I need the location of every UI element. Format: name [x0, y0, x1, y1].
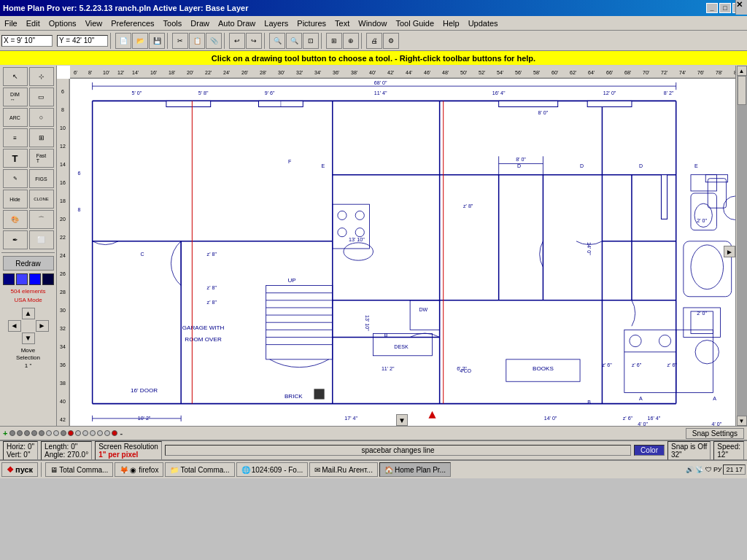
menu-preferences[interactable]: Preferences: [107, 18, 158, 29]
scroll-right-button[interactable]: ►: [724, 246, 735, 257]
snap-dot-8[interactable]: [61, 430, 66, 436]
move-down-button[interactable]: ▼: [22, 332, 35, 344]
shape-tool[interactable]: ⬜: [29, 230, 54, 249]
menu-file[interactable]: File: [0, 18, 22, 29]
snap-dot-15[interactable]: [112, 430, 117, 436]
taskbar-item-5[interactable]: ✉ Mail.Ru Агент...: [309, 462, 378, 477]
tool-row-2: DIM↔ ▭: [3, 88, 54, 106]
properties-button[interactable]: ⚙: [383, 33, 399, 49]
menu-draw[interactable]: Draw: [186, 18, 214, 29]
snap-dot-10[interactable]: [75, 430, 81, 436]
copy-button[interactable]: 📋: [189, 33, 205, 49]
taskbar-item-3[interactable]: 📁 Total Comma...: [165, 462, 234, 477]
snap-dot-14[interactable]: [104, 430, 110, 436]
color-swatch-blue2[interactable]: [29, 273, 41, 285]
snap-dot-2[interactable]: [17, 430, 23, 436]
snap-dot-4[interactable]: [31, 430, 37, 436]
hint-close[interactable]: ✕: [735, 0, 747, 15]
menu-text[interactable]: Text: [330, 18, 354, 29]
snap-add-icon[interactable]: +: [3, 429, 7, 438]
snap-dot-12[interactable]: [90, 430, 96, 436]
print-button[interactable]: 🖨: [366, 33, 382, 49]
minimize-button[interactable]: _: [706, 3, 718, 13]
menu-updates[interactable]: Updates: [464, 18, 503, 29]
menu-layers[interactable]: Layers: [260, 18, 293, 29]
stair-tool[interactable]: ≡: [3, 128, 28, 147]
color-swatch-blue[interactable]: [16, 273, 28, 285]
area-select-tool[interactable]: ⊹: [29, 67, 54, 86]
snap-dot-11[interactable]: [82, 430, 88, 436]
maximize-button[interactable]: □: [719, 3, 731, 13]
scroll-down-arrow[interactable]: ▼: [737, 416, 747, 426]
redraw-button[interactable]: Redraw: [3, 256, 54, 271]
symbol-tool[interactable]: ⊞: [29, 128, 54, 147]
move-up-button[interactable]: ▲: [22, 308, 35, 319]
color-swatch-navy[interactable]: [42, 273, 54, 285]
svg-text:72': 72': [661, 70, 667, 75]
start-button[interactable]: ❖ пуск: [1, 462, 38, 477]
menu-edit[interactable]: Edit: [22, 18, 44, 29]
right-scrollbar[interactable]: ▲ ▼: [735, 66, 747, 426]
taskbar-item-1[interactable]: 🖥 Total Comma...: [45, 462, 113, 477]
svg-text:74': 74': [679, 70, 686, 75]
menu-autodraw[interactable]: Auto Draw: [214, 18, 260, 29]
snap-remove-icon[interactable]: -: [120, 429, 123, 438]
snap-settings-button[interactable]: Snap Settings: [686, 428, 744, 439]
zoom-in-button[interactable]: 🔍: [269, 33, 285, 49]
fast-text-tool[interactable]: FastT: [29, 149, 54, 168]
snap-button[interactable]: ⊕: [343, 33, 359, 49]
arc-tool[interactable]: ARC: [3, 108, 28, 127]
dim-tool[interactable]: DIM↔: [3, 88, 28, 106]
taskbar-item-active[interactable]: 🏠 Home Plan Pr...: [379, 462, 451, 477]
svg-text:28: 28: [60, 289, 66, 295]
circle-tool[interactable]: ○: [29, 108, 54, 127]
snap-dot-3[interactable]: [24, 430, 30, 436]
scroll-thumb[interactable]: [738, 76, 746, 105]
move-right-button[interactable]: ►: [36, 320, 49, 332]
save-button[interactable]: 💾: [149, 33, 165, 49]
color-swatch-dark[interactable]: [3, 273, 15, 285]
grid-button[interactable]: ⊞: [326, 33, 342, 49]
hide-tool[interactable]: Hide: [3, 190, 28, 209]
move-left-button[interactable]: ◄: [8, 320, 21, 332]
floor-plan-drawing[interactable]: .plan { fill: none; stroke: #00008b; str…: [70, 79, 735, 426]
svg-text:ROOM OVER: ROOM OVER: [185, 336, 222, 343]
menu-tools[interactable]: Tools: [159, 18, 187, 29]
figs-tool[interactable]: FIGS: [29, 169, 54, 188]
scroll-track[interactable]: [737, 76, 747, 416]
snap-dot-7[interactable]: [53, 430, 59, 436]
text-tool[interactable]: T: [3, 149, 28, 168]
rect-tool[interactable]: ▭: [29, 88, 54, 106]
snap-dot-5[interactable]: [39, 430, 44, 436]
paste-button[interactable]: 📎: [206, 33, 222, 49]
taskbar-item-4[interactable]: 🌐 1024:609 - Fo...: [236, 462, 309, 477]
clone-tool[interactable]: CLONE: [29, 190, 54, 209]
zoom-out-button[interactable]: 🔍: [286, 33, 302, 49]
menu-options[interactable]: Options: [44, 18, 81, 29]
pen-tool[interactable]: ✒: [3, 230, 28, 249]
undo-button[interactable]: ↩: [229, 33, 245, 49]
menu-view[interactable]: View: [81, 18, 107, 29]
scroll-down-button[interactable]: ▼: [396, 414, 408, 426]
snap-dot-6[interactable]: [46, 430, 52, 436]
menu-toolguide[interactable]: Tool Guide: [391, 18, 438, 29]
menu-window[interactable]: Window: [354, 18, 391, 29]
select-tool[interactable]: ↖: [3, 67, 28, 86]
snap-dot-13[interactable]: [97, 430, 103, 436]
redo-button[interactable]: ↪: [246, 33, 262, 49]
color-button[interactable]: Color: [634, 445, 665, 456]
paint-tool[interactable]: 🎨: [3, 210, 28, 229]
taskbar-item-2[interactable]: 🦊 ◉ firefox: [115, 462, 163, 477]
menu-help[interactable]: Help: [438, 18, 464, 29]
snap-dot-9[interactable]: [68, 430, 74, 436]
edit-tool[interactable]: ✎: [3, 169, 28, 188]
zoom-fit-button[interactable]: ⊡: [303, 33, 319, 49]
cut-button[interactable]: ✂: [172, 33, 188, 49]
snap-dot-1[interactable]: [9, 430, 15, 436]
line-tool[interactable]: ⌒: [29, 210, 54, 229]
canvas-area[interactable]: 6' 8' 10' 12' 14' 16' 18' 20' 22' 24' 26…: [57, 66, 735, 426]
scroll-up-arrow[interactable]: ▲: [737, 66, 747, 76]
menu-pictures[interactable]: Pictures: [293, 18, 330, 29]
new-button[interactable]: 📄: [115, 33, 131, 49]
open-button[interactable]: 📂: [132, 33, 148, 49]
